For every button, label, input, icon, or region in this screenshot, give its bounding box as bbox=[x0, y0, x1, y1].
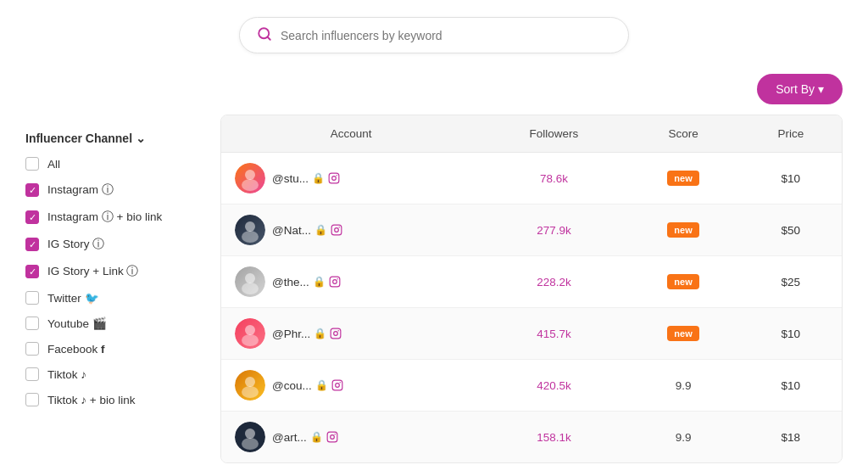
filter-item-facebook[interactable]: Facebook f bbox=[25, 342, 203, 356]
cell-score: new bbox=[627, 153, 740, 204]
lock-icon: 🔒 bbox=[312, 172, 325, 184]
table-row[interactable]: @Phr... 🔒 415.7k new $10 bbox=[221, 308, 842, 360]
account-handle[interactable]: @Phr... 🔒 bbox=[272, 328, 342, 340]
followers-value: 277.9k bbox=[537, 224, 571, 237]
filter-item-tiktok-bio[interactable]: Tiktok ♪ + bio link bbox=[25, 393, 203, 406]
instagram-icon bbox=[331, 379, 343, 391]
sidebar: Influencer Channel ⌄ All ✓ Instagram ⓘ ✓… bbox=[25, 115, 220, 463]
svg-point-12 bbox=[335, 228, 339, 232]
filter-label-ig-story: IG Story ⓘ bbox=[47, 237, 104, 252]
svg-line-1 bbox=[267, 36, 270, 39]
filter-label-youtube: Youtube 🎬 bbox=[47, 317, 107, 330]
svg-point-33 bbox=[245, 429, 255, 439]
account-handle[interactable]: @the... 🔒 bbox=[272, 276, 341, 289]
price-value: $10 bbox=[782, 328, 801, 340]
checkbox-all[interactable] bbox=[25, 157, 39, 171]
account-handle[interactable]: @Nat... 🔒 bbox=[272, 224, 342, 237]
checkbox-instagram[interactable]: ✓ bbox=[25, 183, 39, 197]
instagram-icon bbox=[326, 431, 338, 443]
checkbox-tiktok-bio[interactable] bbox=[25, 393, 39, 406]
account-handle[interactable]: @stu... 🔒 bbox=[272, 172, 340, 185]
svg-point-30 bbox=[335, 384, 339, 388]
checkbox-facebook[interactable] bbox=[25, 342, 39, 356]
svg-rect-29 bbox=[332, 380, 342, 390]
followers-value: 415.7k bbox=[537, 328, 571, 340]
followers-value: 78.6k bbox=[540, 172, 568, 185]
svg-point-4 bbox=[242, 179, 259, 191]
table-container: Account Followers Score Price @stu... 🔒 bbox=[220, 115, 843, 463]
filter-item-all[interactable]: All bbox=[25, 157, 203, 171]
table-row[interactable]: @the... 🔒 228.2k new $25 bbox=[221, 256, 842, 308]
cell-followers: 420.5k bbox=[481, 360, 626, 412]
filter-item-ig-story[interactable]: ✓ IG Story ⓘ bbox=[25, 237, 203, 252]
cell-followers: 415.7k bbox=[481, 308, 626, 360]
filter-item-twitter[interactable]: Twitter 🐦 bbox=[25, 291, 203, 305]
account-handle[interactable]: @art... 🔒 bbox=[272, 431, 338, 444]
svg-point-31 bbox=[339, 382, 340, 383]
search-input[interactable] bbox=[281, 29, 611, 42]
filter-label-facebook: Facebook f bbox=[47, 343, 105, 356]
checkbox-instagram-bio[interactable]: ✓ bbox=[25, 210, 39, 224]
filter-label-tiktok-bio: Tiktok ♪ + bio link bbox=[47, 394, 135, 406]
checkbox-twitter[interactable] bbox=[25, 291, 39, 305]
lock-icon: 🔒 bbox=[313, 276, 326, 288]
col-followers: Followers bbox=[481, 115, 626, 153]
filter-item-ig-story-link[interactable]: ✓ IG Story + Link ⓘ bbox=[25, 264, 203, 279]
sidebar-title-text: Influencer Channel bbox=[25, 132, 132, 145]
col-price: Price bbox=[740, 115, 842, 153]
followers-value: 158.1k bbox=[537, 431, 571, 444]
svg-point-15 bbox=[245, 273, 255, 283]
svg-point-28 bbox=[242, 386, 259, 398]
filter-item-instagram-bio[interactable]: ✓ Instagram ⓘ + bio link bbox=[25, 210, 203, 225]
badge-new: new bbox=[667, 326, 698, 341]
filter-label-all: All bbox=[47, 158, 60, 171]
table-row[interactable]: @cou... 🔒 420.5k 9.9 $10 bbox=[221, 360, 842, 412]
price-value: $10 bbox=[782, 172, 801, 185]
price-value: $18 bbox=[782, 431, 801, 444]
filter-label-instagram: Instagram ⓘ bbox=[47, 182, 114, 198]
table-row[interactable]: @Nat... 🔒 277.9k new $50 bbox=[221, 204, 842, 256]
badge-new: new bbox=[667, 171, 698, 186]
lock-icon: 🔒 bbox=[315, 379, 328, 391]
cell-score: new bbox=[627, 204, 740, 256]
checkbox-tiktok[interactable] bbox=[25, 367, 39, 381]
svg-point-27 bbox=[245, 377, 255, 387]
cell-price: $10 bbox=[740, 308, 842, 360]
filter-item-youtube[interactable]: Youtube 🎬 bbox=[25, 317, 203, 330]
cell-followers: 78.6k bbox=[481, 153, 626, 204]
sort-button[interactable]: Sort By ▾ bbox=[757, 74, 843, 104]
svg-point-9 bbox=[245, 221, 255, 232]
cell-followers: 228.2k bbox=[481, 256, 626, 308]
table-row[interactable]: @art... 🔒 158.1k 9.9 $18 bbox=[221, 412, 842, 463]
checkbox-ig-story-link[interactable]: ✓ bbox=[25, 265, 39, 278]
table-row[interactable]: @stu... 🔒 78.6k new $10 bbox=[221, 153, 842, 204]
cell-score: 9.9 bbox=[627, 412, 740, 463]
svg-point-3 bbox=[245, 170, 255, 180]
cell-account: @stu... 🔒 bbox=[221, 153, 481, 204]
avatar bbox=[235, 370, 265, 401]
svg-rect-23 bbox=[331, 328, 341, 339]
cell-score: new bbox=[627, 308, 740, 360]
avatar bbox=[235, 163, 265, 193]
svg-rect-5 bbox=[329, 173, 339, 183]
cell-account: @art... 🔒 bbox=[221, 412, 481, 463]
svg-rect-11 bbox=[331, 225, 342, 235]
filter-item-tiktok[interactable]: Tiktok ♪ bbox=[25, 367, 203, 381]
lock-icon: 🔒 bbox=[314, 224, 327, 236]
avatar bbox=[235, 318, 265, 349]
filter-item-instagram[interactable]: ✓ Instagram ⓘ bbox=[25, 182, 203, 198]
cell-price: $25 bbox=[740, 256, 842, 308]
price-value: $50 bbox=[782, 224, 801, 237]
svg-rect-35 bbox=[327, 432, 337, 442]
checkbox-youtube[interactable] bbox=[25, 317, 39, 330]
svg-point-7 bbox=[336, 175, 337, 176]
chevron-down-icon: ⌄ bbox=[136, 132, 146, 145]
avatar bbox=[235, 422, 265, 452]
search-bar bbox=[239, 17, 629, 53]
filter-label-tiktok: Tiktok ♪ bbox=[47, 368, 86, 381]
filter-label-twitter: Twitter 🐦 bbox=[47, 291, 99, 305]
checkbox-ig-story[interactable]: ✓ bbox=[25, 238, 39, 251]
cell-price: $50 bbox=[740, 204, 842, 256]
toolbar: Sort By ▾ bbox=[25, 74, 843, 104]
account-handle[interactable]: @cou... 🔒 bbox=[272, 379, 343, 392]
